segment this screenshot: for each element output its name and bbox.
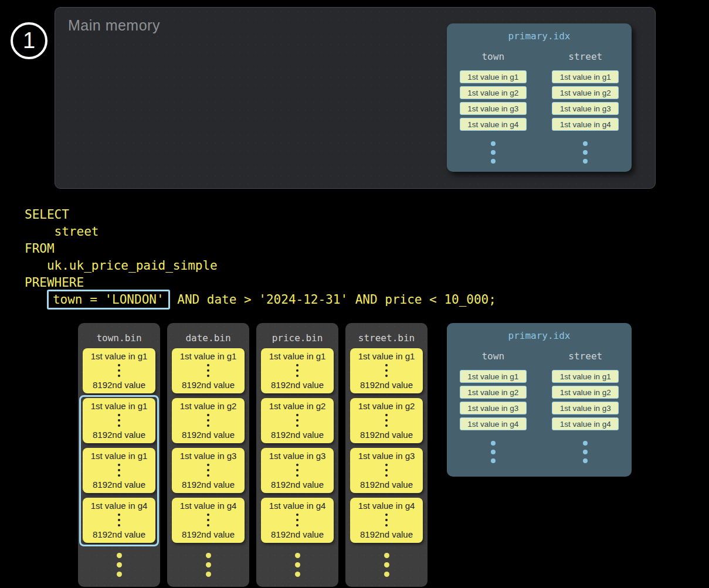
granule-first-value: 1st value in g2	[180, 401, 237, 411]
sql-line-select: SELECT	[25, 206, 496, 223]
bin-file-town: town.bin 1st value in g1 8192nd value 1s…	[78, 323, 160, 587]
ellipsis-dots	[385, 363, 388, 379]
index-column-town: town 1st value in g1 1st value in g2 1st…	[447, 51, 540, 168]
index-entry: 1st value in g1	[552, 70, 619, 83]
sql-line-predicates: town = 'LONDON' AND date > '2024-12-31' …	[25, 291, 496, 308]
more-granules-dots	[78, 553, 160, 581]
index-entry: 1st value in g2	[460, 386, 527, 399]
bin-file-price: price.bin 1st value in g1 8192nd value 1…	[256, 323, 338, 587]
sql-line-table: uk.uk_price_paid_simple	[25, 257, 496, 274]
ellipsis-dots	[385, 463, 388, 478]
bin-file-street: street.bin 1st value in g1 8192nd value …	[345, 323, 428, 587]
granule-block: 1st value in g3 8192nd value	[350, 448, 423, 493]
granule-last-value: 8192nd value	[271, 480, 324, 490]
granule-first-value: 1st value in g1	[269, 351, 326, 361]
sql-indent	[25, 293, 47, 307]
ellipsis-dots	[207, 512, 209, 528]
more-granules-dots	[345, 553, 428, 581]
granule-first-value: 1st value in g4	[269, 501, 326, 511]
granule-stack: 1st value in g1 8192nd value 1st value i…	[261, 348, 334, 548]
index-column-header: town	[481, 51, 504, 62]
granule-first-value: 1st value in g1	[358, 351, 415, 361]
more-granules-dots	[167, 553, 249, 581]
sql-remaining-predicates: AND date > '2024-12-31' AND price < 10_0…	[170, 293, 496, 307]
index-entry: 1st value in g1	[460, 370, 527, 383]
granule-last-value: 8192nd value	[93, 430, 145, 440]
granule-last-value: 8192nd value	[93, 480, 145, 490]
granule-last-value: 8192nd value	[93, 380, 145, 390]
granule-first-value: 1st value in g3	[180, 451, 237, 461]
ellipsis-dots	[118, 512, 120, 528]
granule-first-value: 1st value in g1	[91, 451, 148, 461]
bin-file-title: town.bin	[78, 332, 160, 344]
ellipsis-dots	[296, 363, 298, 379]
highlighted-predicate: town = 'LONDON'	[47, 290, 170, 310]
granule-block: 1st value in g2 8192nd value	[261, 398, 334, 443]
sql-line-prewhere: PREWHERE	[25, 274, 496, 291]
granule-last-value: 8192nd value	[360, 529, 413, 539]
index-entry: 1st value in g2	[460, 86, 527, 99]
more-entries-dots	[491, 441, 496, 467]
primary-index-title: primary.idx	[447, 23, 632, 42]
ellipsis-dots	[385, 512, 388, 528]
index-entry: 1st value in g2	[552, 86, 619, 99]
primary-index-card-disk: primary.idx town 1st value in g1 1st val…	[447, 323, 632, 477]
granule-last-value: 8192nd value	[93, 529, 145, 539]
granule-block: 1st value in g3 8192nd value	[261, 448, 334, 493]
granule-last-value: 8192nd value	[360, 430, 413, 440]
sql-line-street: street	[25, 223, 496, 240]
diagram-canvas: 1 Main memory primary.idx town 1st value…	[0, 0, 709, 588]
index-column-street: street 1st value in g1 1st value in g2 1…	[540, 51, 632, 168]
index-entry: 1st value in g3	[552, 402, 619, 414]
index-column-header: street	[568, 351, 602, 362]
granule-block: 1st value in g1 8192nd value	[83, 448, 155, 493]
main-memory-title: Main memory	[68, 17, 160, 34]
granule-last-value: 8192nd value	[271, 380, 324, 390]
granule-last-value: 8192nd value	[271, 529, 324, 539]
granule-block: 1st value in g4 8192nd value	[350, 498, 423, 543]
index-entry: 1st value in g4	[552, 118, 619, 131]
more-entries-dots	[491, 141, 496, 168]
granule-first-value: 1st value in g1	[91, 351, 148, 361]
index-entry: 1st value in g4	[552, 417, 619, 430]
index-entry: 1st value in g3	[460, 102, 527, 115]
granule-first-value: 1st value in g2	[269, 401, 326, 411]
granule-first-value: 1st value in g4	[358, 501, 415, 511]
more-entries-dots	[583, 141, 588, 168]
sql-query: SELECT streetFROM uk.uk_price_paid_simpl…	[25, 206, 496, 308]
ellipsis-dots	[296, 463, 298, 478]
ellipsis-dots	[118, 363, 120, 379]
granule-first-value: 1st value in g3	[358, 451, 415, 461]
ellipsis-dots	[296, 413, 298, 429]
granule-block: 1st value in g4 8192nd value	[261, 498, 334, 543]
granule-first-value: 1st value in g2	[358, 401, 415, 411]
granule-block: 1st value in g1 8192nd value	[261, 348, 334, 393]
granule-last-value: 8192nd value	[182, 430, 235, 440]
index-column-header: town	[481, 351, 504, 362]
granule-first-value: 1st value in g1	[180, 351, 237, 361]
index-column-header: street	[568, 51, 602, 62]
ellipsis-dots	[385, 413, 388, 429]
granule-last-value: 8192nd value	[182, 380, 235, 390]
granule-last-value: 8192nd value	[360, 480, 413, 490]
index-entry: 1st value in g3	[460, 402, 527, 414]
granule-last-value: 8192nd value	[182, 480, 235, 490]
granule-block: 1st value in g2 8192nd value	[172, 398, 245, 443]
primary-index-columns: town 1st value in g1 1st value in g2 1st…	[447, 351, 632, 467]
bin-file-title: date.bin	[167, 332, 249, 344]
index-column-street: street 1st value in g1 1st value in g2 1…	[540, 351, 632, 467]
ellipsis-dots	[207, 363, 209, 379]
granule-stack: 1st value in g1 8192nd value 1st value i…	[172, 348, 245, 548]
granule-block: 1st value in g3 8192nd value	[172, 448, 245, 493]
index-entry: 1st value in g4	[460, 417, 527, 430]
granule-last-value: 8192nd value	[271, 430, 324, 440]
ellipsis-dots	[118, 413, 120, 429]
index-entry: 1st value in g4	[460, 118, 527, 131]
index-column-town: town 1st value in g1 1st value in g2 1st…	[447, 351, 540, 467]
granule-stack: 1st value in g1 8192nd value 1st value i…	[83, 348, 155, 548]
index-entry: 1st value in g1	[460, 70, 527, 83]
index-entry: 1st value in g1	[552, 370, 619, 383]
granule-block: 1st value in g1 8192nd value	[83, 348, 155, 393]
step-number-badge: 1	[11, 22, 48, 59]
bin-file-title: street.bin	[345, 332, 428, 344]
